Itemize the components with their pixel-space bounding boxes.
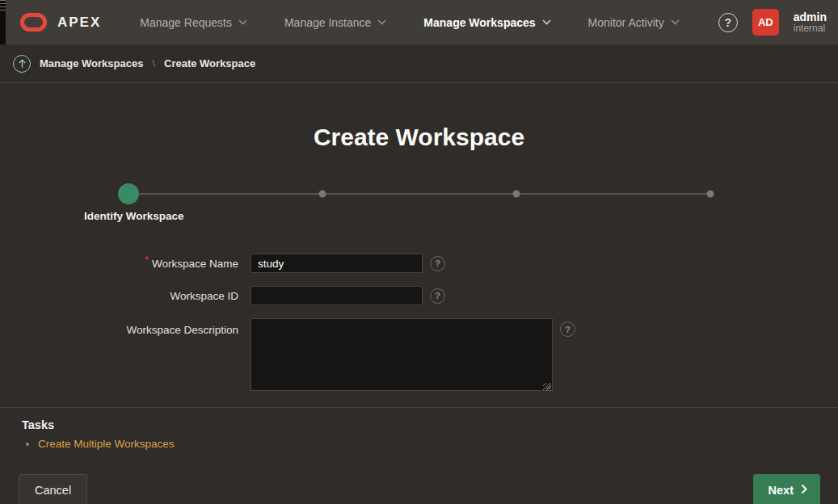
breadcrumb-parent[interactable]: Manage Workspaces — [40, 57, 143, 69]
user-info[interactable]: admin internal — [794, 10, 827, 35]
apex-brand: APEX — [57, 15, 101, 31]
form-row-workspace-id: Workspace ID ? — [0, 286, 838, 305]
required-marker: * — [145, 254, 149, 266]
workspace-description-label: Workspace Description — [0, 318, 251, 336]
wizard-progress — [128, 183, 710, 204]
step-dot — [318, 191, 326, 198]
current-step-label: Identify Workspace — [84, 210, 838, 222]
step-dot — [513, 191, 520, 198]
nav-manage-requests[interactable]: Manage Requests — [140, 16, 247, 29]
chevron-down-icon — [377, 19, 386, 25]
avatar[interactable]: AD — [752, 9, 779, 36]
tasks-title: Tasks — [22, 418, 838, 431]
user-name: admin — [794, 10, 827, 23]
workspace-name-label: *Workspace Name — [0, 258, 251, 270]
next-button[interactable]: Next — [753, 474, 820, 504]
label-text: Workspace Name — [152, 258, 238, 270]
field-help-icon[interactable]: ? — [430, 288, 445, 304]
field-help-icon[interactable]: ? — [430, 256, 445, 271]
nav-manage-workspaces[interactable]: Manage Workspaces — [423, 16, 550, 29]
breadcrumb-separator: \ — [152, 57, 155, 69]
workspace-id-input[interactable] — [251, 286, 423, 305]
label-text: Workspace Description — [126, 324, 238, 336]
help-icon[interactable]: ? — [718, 13, 738, 32]
workspace-description-textarea[interactable] — [251, 318, 553, 391]
form-row-workspace-description: Workspace Description ? — [0, 318, 838, 394]
wizard-footer: Cancel Next — [0, 464, 838, 504]
field-help-icon[interactable]: ? — [560, 321, 575, 337]
nav-manage-instance[interactable]: Manage Instance — [284, 16, 386, 29]
form-row-workspace-name: *Workspace Name ? — [0, 254, 838, 273]
step-dot-current — [118, 183, 139, 204]
tasks-list: Create Multiple Workspaces — [22, 438, 838, 450]
main-nav: Manage Requests Manage Instance Manage W… — [140, 16, 679, 29]
nav-label: Monitor Activity — [588, 16, 664, 29]
nav-monitor-activity[interactable]: Monitor Activity — [588, 16, 680, 29]
header-right: ? AD admin internal — [718, 9, 827, 36]
chevron-down-icon — [238, 19, 247, 25]
nav-label: Manage Instance — [284, 16, 371, 29]
label-text: Workspace ID — [170, 290, 238, 302]
wizard-body: Create Workspace Identify Workspace *Wor… — [0, 83, 838, 407]
chevron-right-icon — [801, 484, 807, 497]
chevron-down-icon — [542, 19, 551, 25]
create-workspace-page: APEX Manage Requests Manage Instance Man… — [0, 0, 838, 504]
nav-label: Manage Workspaces — [423, 16, 535, 29]
top-navbar: APEX Manage Requests Manage Instance Man… — [0, 0, 838, 44]
create-multiple-workspaces-link[interactable]: Create Multiple Workspaces — [38, 438, 175, 450]
workspace-name-input[interactable] — [251, 254, 423, 273]
chevron-down-icon — [671, 19, 680, 25]
progress-track — [128, 193, 710, 195]
nav-label: Manage Requests — [140, 16, 232, 29]
oracle-logo-icon — [20, 13, 47, 32]
page-title: Create Workspace — [0, 122, 838, 152]
task-item: Create Multiple Workspaces — [38, 438, 838, 450]
breadcrumb-current: Create Workspace — [164, 57, 255, 69]
next-button-label: Next — [769, 484, 794, 497]
user-context: internal — [794, 23, 827, 35]
workspace-form: *Workspace Name ? Workspace ID ? Workspa… — [0, 254, 838, 394]
textarea-wrap — [251, 318, 553, 394]
left-edge-artifact — [0, 0, 6, 44]
breadcrumb: Manage Workspaces \ Create Workspace — [0, 44, 838, 83]
cancel-button[interactable]: Cancel — [19, 474, 87, 504]
tasks-panel: Tasks Create Multiple Workspaces — [0, 407, 838, 464]
up-arrow-icon[interactable] — [13, 55, 31, 73]
step-dot — [707, 191, 714, 198]
left-edge-stripes — [0, 0, 6, 13]
workspace-id-label: Workspace ID — [0, 290, 251, 302]
